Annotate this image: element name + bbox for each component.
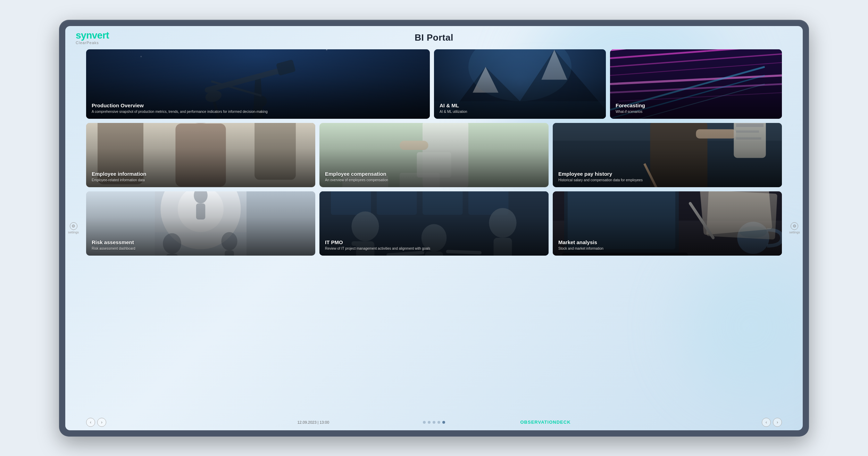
card-emp-pay-desc: Historical salary and compensation data …: [558, 178, 776, 182]
prev-button-left[interactable]: ‹: [86, 418, 95, 427]
card-forecasting-title: Forecasting: [616, 102, 776, 108]
card-forecasting-content: Forecasting What-if scenarios: [610, 98, 782, 119]
dot-indicators: [423, 421, 445, 424]
card-emp-info-content: Employee information Employee-related in…: [86, 166, 315, 187]
card-forecasting[interactable]: Forecasting What-if scenarios: [610, 49, 782, 119]
dot-4[interactable]: [437, 421, 440, 424]
card-it-title: IT PMO: [325, 239, 543, 245]
logo-area: synvert ClearPeaks: [76, 31, 109, 45]
settings-left[interactable]: ⚙ settings: [68, 222, 79, 234]
dot-1[interactable]: [423, 421, 426, 424]
card-production-desc: A comprehensive snapshot of production m…: [92, 109, 424, 114]
card-emp-info-title: Employee information: [92, 171, 310, 177]
dot-2[interactable]: [428, 421, 431, 424]
card-it[interactable]: IT PMO Review of IT project management a…: [319, 191, 549, 256]
card-production-title: Production Overview: [92, 102, 424, 108]
footer-nav-right: ‹ ›: [762, 418, 782, 427]
card-market-title: Market analysis: [558, 239, 776, 245]
screen: ⚙ settings ⚙ settings synvert ClearPeaks…: [65, 26, 803, 430]
settings-right-icon: ⚙: [791, 222, 798, 230]
next-button-right[interactable]: ›: [773, 418, 782, 427]
card-forecasting-desc: What-if scenarios: [616, 109, 776, 114]
card-emp-comp-desc: An overview of employees compensation: [325, 178, 543, 182]
prev-button-right[interactable]: ‹: [762, 418, 771, 427]
card-emp-info-desc: Employee-related information data: [92, 178, 310, 182]
card-emp-pay-content: Employee pay history Historical salary a…: [553, 166, 782, 187]
footer: ‹ › 12.09.2023 | 13:00 OBSERVATIONDECK ‹…: [65, 414, 803, 430]
card-risk-desc: Risk assessment dashboard: [92, 246, 310, 251]
footer-center: [423, 421, 445, 424]
card-risk[interactable]: Risk assessment Risk assessment dashboar…: [86, 191, 315, 256]
page-title: BI Portal: [415, 32, 453, 43]
card-risk-title: Risk assessment: [92, 239, 310, 245]
card-emp-comp[interactable]: Employee compensation An overview of emp…: [319, 123, 549, 187]
card-emp-pay[interactable]: Employee pay history Historical salary a…: [553, 123, 782, 187]
card-market-content: Market analysis Stock and market informa…: [553, 234, 782, 256]
monitor: ⚙ settings ⚙ settings synvert ClearPeaks…: [59, 20, 809, 437]
footer-nav-left: ‹ ›: [86, 418, 106, 427]
top-row: Production Overview A comprehensive snap…: [86, 49, 782, 119]
footer-brand-suffix: DECK: [557, 420, 571, 425]
card-market-desc: Stock and market information: [558, 246, 776, 251]
logo-synvert: synvert: [76, 31, 109, 40]
settings-left-icon: ⚙: [70, 222, 77, 230]
card-emp-comp-title: Employee compensation: [325, 171, 543, 177]
bot-row: Risk assessment Risk assessment dashboar…: [86, 191, 782, 256]
card-ai-title: AI & ML: [440, 102, 600, 108]
card-risk-content: Risk assessment Risk assessment dashboar…: [86, 234, 315, 256]
card-emp-comp-content: Employee compensation An overview of emp…: [319, 166, 549, 187]
next-button-left[interactable]: ›: [97, 418, 106, 427]
main-content: Production Overview A comprehensive snap…: [65, 49, 803, 414]
settings-left-label: settings: [68, 231, 79, 234]
footer-brand-prefix: OBSERVATION: [520, 420, 557, 425]
settings-right-label: settings: [789, 231, 800, 234]
card-ai[interactable]: AI & ML AI & ML utilization: [434, 49, 606, 119]
settings-right[interactable]: ⚙ settings: [789, 222, 800, 234]
dot-5[interactable]: [442, 421, 445, 424]
footer-datetime: 12.09.2023 | 13:00: [297, 420, 329, 424]
header: synvert ClearPeaks BI Portal: [65, 26, 803, 49]
card-production[interactable]: Production Overview A comprehensive snap…: [86, 49, 430, 119]
footer-brand: OBSERVATIONDECK: [520, 420, 571, 425]
card-production-content: Production Overview A comprehensive snap…: [86, 98, 430, 119]
card-ai-desc: AI & ML utilization: [440, 109, 600, 114]
dot-3[interactable]: [433, 421, 435, 424]
card-it-content: IT PMO Review of IT project management a…: [319, 234, 549, 256]
card-ai-content: AI & ML AI & ML utilization: [434, 98, 606, 119]
logo-clearpeaks: ClearPeaks: [76, 41, 109, 45]
card-it-desc: Review of IT project management activiti…: [325, 246, 543, 251]
card-emp-info[interactable]: Employee information Employee-related in…: [86, 123, 315, 187]
card-emp-pay-title: Employee pay history: [558, 171, 776, 177]
card-market[interactable]: Market analysis Stock and market informa…: [553, 191, 782, 256]
mid-row: Employee information Employee-related in…: [86, 123, 782, 187]
